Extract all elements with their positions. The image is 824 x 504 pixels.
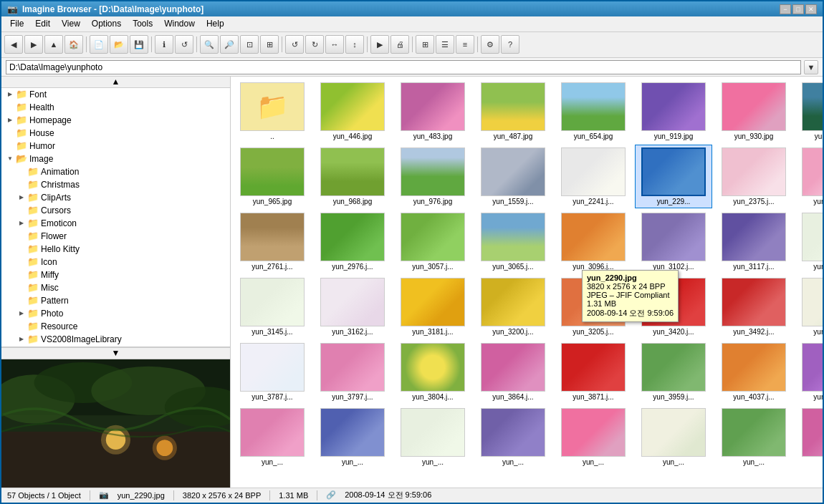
- thumb-item[interactable]: yun_3130.j...: [795, 210, 823, 273]
- tree-expand-icon[interactable]: [16, 295, 27, 306]
- tree-scroll-up[interactable]: ▲: [1, 77, 230, 88]
- thumb-item[interactable]: yun_3065.j...: [474, 210, 552, 273]
- thumb-item[interactable]: yun_2761.j...: [234, 210, 311, 273]
- tree-item-christmas[interactable]: 📁Christmas: [1, 178, 230, 191]
- thumb-item[interactable]: yun_2384.j...: [795, 145, 823, 208]
- tree-view[interactable]: ▶📁Font📁Health▶📁Homepage📁House📁Humor▼📂Ima…: [1, 88, 230, 347]
- thumb-item[interactable]: yun_2976.j...: [314, 210, 391, 273]
- tree-item-animation[interactable]: 📁Animation: [1, 165, 230, 178]
- thumb-item[interactable]: yun_3057.j...: [394, 210, 471, 273]
- menu-file[interactable]: File: [4, 17, 29, 30]
- thumb-item[interactable]: yun_...: [394, 405, 471, 469]
- tree-expand-icon[interactable]: [16, 166, 27, 178]
- thumb-item[interactable]: yun_3102.j...: [635, 210, 712, 273]
- tb-zoom-in[interactable]: 🔍: [200, 35, 219, 54]
- tree-item-image[interactable]: ▼📂Image: [1, 152, 230, 165]
- tb-back[interactable]: ◀: [4, 35, 23, 54]
- tb-fit[interactable]: ⊡: [240, 35, 259, 54]
- tree-expand-icon[interactable]: [16, 231, 27, 242]
- tree-expand-icon[interactable]: ▶: [16, 308, 27, 319]
- tree-expand-icon[interactable]: [16, 205, 27, 216]
- thumb-item[interactable]: 📁..: [234, 79, 311, 143]
- tb-help[interactable]: ?: [501, 35, 519, 54]
- tb-new[interactable]: 📄: [90, 35, 108, 54]
- thumb-item[interactable]: yun_229...: [635, 145, 712, 208]
- tree-expand-icon[interactable]: [4, 127, 16, 139]
- tree-item-emoticon[interactable]: ▶📁Emoticon: [1, 217, 230, 230]
- thumb-item[interactable]: yun_3494.j...: [795, 275, 823, 339]
- menu-options[interactable]: Options: [86, 17, 127, 30]
- thumb-item[interactable]: yun_446.jpg: [314, 79, 391, 143]
- thumb-item[interactable]: yun_...: [635, 405, 712, 469]
- restore-button[interactable]: □: [792, 4, 804, 14]
- tree-expand-icon[interactable]: [16, 256, 27, 268]
- thumb-item[interactable]: yun_930.jpg: [715, 79, 792, 143]
- thumb-item[interactable]: yun_3162.j...: [314, 275, 391, 339]
- tree-expand-icon[interactable]: [4, 140, 16, 152]
- thumb-item[interactable]: yun_3959.j...: [635, 340, 712, 404]
- tb-save[interactable]: 💾: [130, 35, 148, 54]
- tb-settings[interactable]: ⚙: [481, 35, 499, 54]
- tb-grid[interactable]: ⊞: [416, 35, 434, 54]
- thumb-item[interactable]: yun_976.jpg: [394, 145, 471, 208]
- tree-expand-icon[interactable]: ▶: [16, 334, 27, 345]
- thumb-item[interactable]: yun_487.jpg: [474, 79, 552, 143]
- tree-item-photo[interactable]: ▶📁Photo: [1, 307, 230, 320]
- tree-item-flower[interactable]: 📁Flower: [1, 230, 230, 243]
- tb-flip-v[interactable]: ↕: [345, 35, 364, 54]
- tree-item-pattern[interactable]: 📁Pattern: [1, 294, 230, 307]
- tree-expand-icon[interactable]: [16, 269, 27, 281]
- thumb-item[interactable]: yun_3864.j...: [474, 340, 552, 404]
- tb-actual[interactable]: ⊞: [260, 35, 279, 54]
- tb-zoom-out[interactable]: 🔎: [220, 35, 239, 54]
- tree-item-homepage[interactable]: ▶📁Homepage: [1, 114, 230, 127]
- tree-expand-icon[interactable]: ▼: [4, 153, 16, 165]
- menu-help[interactable]: Help: [201, 17, 230, 30]
- thumb-item[interactable]: yun_3797.j...: [314, 340, 391, 404]
- address-input[interactable]: [6, 60, 801, 74]
- address-go[interactable]: ▼: [804, 60, 818, 74]
- thumb-item[interactable]: yun_3181.j...: [394, 275, 471, 339]
- tree-item-cliparts[interactable]: ▶📁ClipArts: [1, 191, 230, 204]
- tree-item-house[interactable]: 📁House: [1, 127, 230, 140]
- tb-info[interactable]: ℹ: [155, 35, 173, 54]
- thumb-item[interactable]: yun_1559.j...: [474, 145, 552, 208]
- tree-expand-icon[interactable]: [16, 282, 27, 294]
- thumb-item[interactable]: yun_2375.j...: [715, 145, 792, 208]
- tree-expand-icon[interactable]: [16, 179, 27, 190]
- thumb-item[interactable]: yun_947.jpg: [795, 79, 823, 143]
- tree-expand-icon[interactable]: ▶: [4, 89, 16, 100]
- tree-item-cursors[interactable]: 📁Cursors: [1, 204, 230, 217]
- tree-item-vs2008imagelibrary[interactable]: ▶📁VS2008ImageLibrary: [1, 333, 230, 346]
- tb-home[interactable]: 🏠: [64, 35, 83, 54]
- tree-scroll-down[interactable]: ▼: [1, 347, 230, 359]
- tb-slideshow[interactable]: ▶: [370, 35, 389, 54]
- tb-up[interactable]: ▲: [44, 35, 63, 54]
- thumb-item[interactable]: yun_919.jpg: [635, 79, 712, 143]
- right-panel[interactable]: 📁..yun_446.jpgyun_483.jpgyun_487.jpgyun_…: [231, 77, 823, 488]
- tree-expand-icon[interactable]: ▶: [4, 115, 16, 126]
- tb-open[interactable]: 📂: [110, 35, 128, 54]
- thumb-item[interactable]: yun_...: [795, 405, 823, 469]
- thumb-item[interactable]: yun_...: [715, 405, 792, 469]
- thumb-item[interactable]: yun_965.jpg: [234, 145, 311, 208]
- tree-item-resource[interactable]: 📁Resource: [1, 320, 230, 333]
- minimize-button[interactable]: −: [780, 4, 791, 14]
- thumb-item[interactable]: yun_3145.j...: [234, 275, 311, 339]
- thumb-item[interactable]: yun_3492.j...: [715, 275, 792, 339]
- tree-item-hello-kitty[interactable]: 📁Hello Kitty: [1, 243, 230, 256]
- thumb-item[interactable]: yun_3787.j...: [234, 340, 311, 404]
- tb-details[interactable]: ≡: [456, 35, 474, 54]
- tree-expand-icon[interactable]: ▶: [16, 218, 27, 229]
- tb-list[interactable]: ☰: [436, 35, 454, 54]
- tb-flip-h[interactable]: ↔: [325, 35, 344, 54]
- menu-edit[interactable]: Edit: [29, 17, 56, 30]
- menu-tools[interactable]: Tools: [127, 17, 158, 30]
- tb-print[interactable]: 🖨: [391, 35, 409, 54]
- menu-view[interactable]: View: [56, 17, 86, 30]
- thumb-item[interactable]: yun_3871.j...: [555, 340, 632, 404]
- thumb-item[interactable]: yun_654.jpg: [555, 79, 632, 143]
- thumb-item[interactable]: yun_3096.j...: [555, 210, 632, 273]
- thumb-item[interactable]: yun_...: [314, 405, 391, 469]
- thumb-item[interactable]: yun_483.jpg: [394, 79, 471, 143]
